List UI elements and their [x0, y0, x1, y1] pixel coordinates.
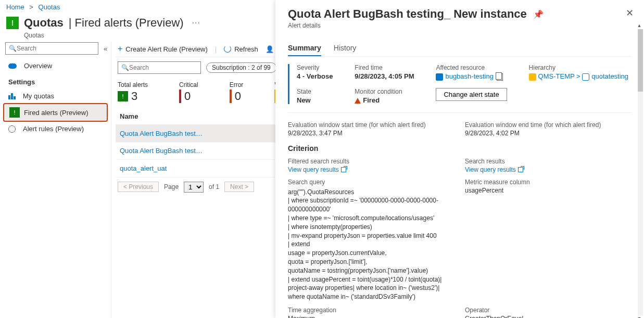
next-page-button[interactable]: Next > — [224, 182, 254, 192]
severity-bar-icon — [230, 90, 232, 103]
scroll-down-icon[interactable]: ▼ — [637, 316, 642, 318]
tab-summary[interactable]: Summary — [288, 41, 321, 56]
close-icon[interactable]: ✕ — [626, 7, 634, 19]
kv-state-label: State — [297, 88, 336, 95]
kv-state: New — [297, 96, 336, 104]
search-icon: 🔍 — [121, 64, 129, 71]
tile-total-label: Total alerts — [118, 81, 148, 88]
prev-page-button[interactable]: < Previous — [118, 182, 159, 192]
eval-window: Evaluation window start time (for which … — [288, 121, 632, 137]
view-query-link-1[interactable]: View query results — [288, 166, 346, 173]
search-icon: 🔍 — [9, 45, 17, 52]
tile-error-value: 0 — [235, 90, 241, 103]
eval-start-label: Evaluation window start time (for which … — [288, 121, 454, 129]
nav-fired-alerts-label: Fired alerts (Preview) — [24, 109, 89, 117]
copy-icon[interactable] — [497, 73, 503, 81]
criterion-heading: Criterion — [288, 144, 632, 152]
panel-title: Quota Alert BugBash testing_ New instanc… — [288, 7, 527, 21]
panel-scrollbar-track[interactable]: ▲ ▼ — [638, 29, 643, 316]
warning-icon — [355, 98, 361, 104]
row-name-link[interactable]: quota_alert_uat — [120, 164, 167, 172]
tile-error-label: Error — [230, 81, 244, 88]
row-name-link[interactable]: Quota Alert BugBash test… — [120, 130, 203, 137]
quota-shield-icon — [6, 17, 19, 29]
refresh-button[interactable]: Refresh — [224, 45, 258, 53]
change-alert-state-button[interactable]: Change alert state — [436, 88, 507, 101]
timeagg-value: Maximum — [288, 315, 454, 318]
cloud-icon — [8, 63, 17, 69]
breadcrumb-home[interactable]: Home — [6, 3, 24, 11]
content-search[interactable]: 🔍 — [118, 61, 201, 74]
subscription-filter-pill[interactable]: Subscription : 2 of 99 — [206, 62, 276, 73]
sidebar: 🔍 « Overview Settings My quotas Fired al… — [0, 41, 111, 318]
page-title-suffix: | Fired alerts (Preview) — [69, 16, 184, 30]
bars-icon — [8, 93, 16, 99]
collapse-sidebar-icon[interactable]: « — [103, 44, 108, 54]
search-results-label: Search results — [465, 158, 632, 165]
external-link-icon — [341, 167, 346, 172]
content-search-input[interactable] — [129, 64, 207, 71]
tile-critical-label: Critical — [179, 81, 198, 88]
breadcrumb-sep: > — [29, 3, 33, 11]
nav-alert-rules[interactable]: Alert rules (Preview) — [3, 122, 108, 136]
page-select[interactable]: 1 — [184, 182, 204, 193]
kv-monitor-label: Monitor condition — [355, 88, 417, 95]
metric-label: Metric measure column — [465, 179, 632, 186]
external-link-icon — [518, 167, 523, 172]
eval-end: 9/28/2023, 4:02 PM — [465, 130, 632, 137]
more-actions-icon[interactable]: ··· — [189, 18, 204, 28]
nav-fired-alerts[interactable]: Fired alerts (Preview) — [3, 103, 108, 122]
view-query-link-2[interactable]: View query results — [465, 166, 523, 173]
create-alert-label: Create Alert Rule (Preview) — [125, 45, 208, 53]
nav-my-quotas[interactable]: My quotas — [3, 89, 108, 103]
metric-value: usagePercent — [465, 187, 632, 194]
kv-grid: Severity4 - Verbose Fired time9/28/2023,… — [288, 64, 632, 104]
refresh-icon — [224, 45, 231, 53]
row-name-link[interactable]: Quota Alert BugBash test… — [120, 147, 203, 155]
tile-critical: Critical 0 — [179, 81, 198, 103]
page-label: Page — [164, 183, 179, 190]
sidebar-search[interactable]: 🔍 — [5, 42, 98, 55]
eval-start: 9/28/2023, 3:47 PM — [288, 130, 454, 137]
sidebar-search-input[interactable] — [17, 45, 95, 52]
operator-value: GreaterThanOrEqual — [465, 315, 632, 318]
query-label: Search query — [288, 179, 454, 186]
severity-bar-icon — [179, 90, 181, 103]
panel-subtitle: Alert details — [288, 22, 632, 29]
panel-title-row: Quota Alert BugBash testing_ New instanc… — [288, 7, 632, 21]
panel-scrollbar-thumb[interactable] — [638, 29, 643, 92]
tile-error: Error 0 — [230, 81, 244, 103]
filtered-label: Filtered search results — [288, 158, 454, 165]
feedback-icon[interactable]: 👤 — [266, 45, 274, 53]
hierarchy-link-2[interactable]: quotatesting — [591, 72, 628, 80]
nav-alert-rules-label: Alert rules (Preview) — [23, 125, 84, 133]
shield-icon — [118, 91, 128, 101]
kv-severity-label: Severity — [297, 64, 336, 71]
clock-icon — [8, 125, 16, 133]
tile-total-value: 3 — [131, 90, 137, 103]
timeagg-label: Time aggregation — [288, 307, 454, 314]
toolbar-separator: | — [215, 45, 217, 53]
kv-monitor: Fired — [355, 96, 417, 104]
divider — [288, 112, 632, 113]
refresh-label: Refresh — [234, 45, 258, 53]
eval-end-label: Evaluation window end time (for which al… — [465, 121, 632, 129]
tab-history[interactable]: History — [334, 41, 357, 56]
tile-total: Total alerts 3 — [118, 81, 148, 103]
kv-severity: 4 - Verbose — [297, 72, 336, 80]
scroll-up-icon[interactable]: ▲ — [637, 23, 642, 29]
hierarchy-link-1[interactable]: QMS-TEMP — [538, 72, 575, 80]
nav-my-quotas-label: My quotas — [23, 92, 54, 100]
pin-icon[interactable]: 📌 — [533, 9, 544, 19]
kv-hierarchy: QMS-TEMP > quotatesting — [529, 72, 632, 81]
kv-fired-label: Fired time — [355, 64, 417, 71]
create-alert-rule-button[interactable]: + Create Alert Rule (Preview) — [118, 44, 208, 54]
key-icon — [529, 73, 536, 81]
shield-icon — [9, 107, 20, 118]
details-panel: ✕ Quota Alert BugBash testing_ New insta… — [275, 0, 644, 318]
breadcrumb-quotas[interactable]: Quotas — [39, 3, 60, 11]
nav-overview[interactable]: Overview — [3, 59, 108, 73]
kv-affected-label: Affected resource — [436, 64, 510, 71]
kv-affected[interactable]: bugbash-testing — [436, 72, 510, 81]
page-of: of 1 — [209, 183, 219, 190]
